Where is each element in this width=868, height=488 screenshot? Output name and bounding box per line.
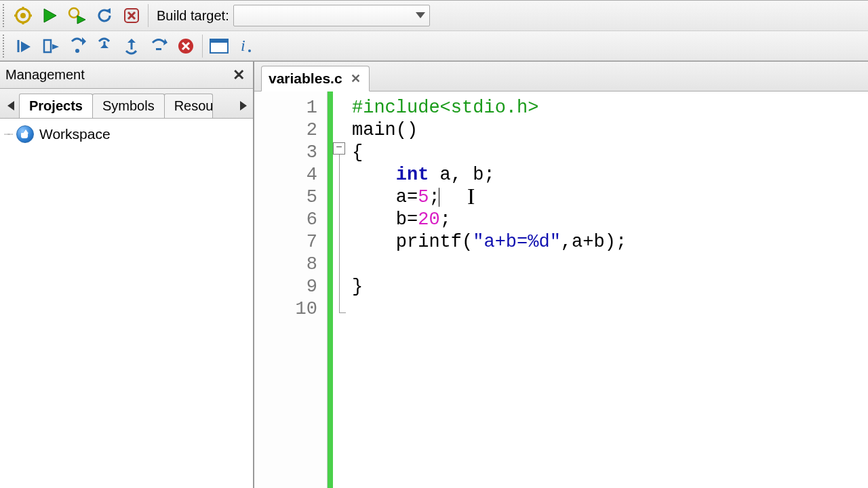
svg-text:i: i (241, 37, 245, 54)
editor-area: variables.c ✕ 12345678910 − #include<std… (254, 62, 868, 488)
fold-toggle-icon[interactable]: − (333, 142, 345, 155)
line-number: 6 (254, 209, 317, 231)
toolbar-grip[interactable] (3, 35, 7, 58)
code-line[interactable]: a=5; (352, 186, 868, 209)
build-target-label: Build target: (153, 8, 231, 24)
svg-marker-6 (44, 9, 56, 22)
project-tree[interactable]: ┈┈ Workspace (0, 119, 253, 488)
line-number: 4 (254, 164, 317, 186)
panel-close-icon[interactable]: ✕ (230, 66, 248, 84)
tab-projects[interactable]: Projects (19, 94, 93, 118)
line-number-gutter: 12345678910 (254, 92, 328, 488)
change-indicator-bar (328, 92, 333, 488)
editor-tabstrip: variables.c ✕ (254, 62, 868, 92)
line-number: 3 (254, 142, 317, 164)
home-icon (16, 125, 34, 143)
step-into-button[interactable] (92, 34, 117, 58)
tab-symbols[interactable]: Symbols (92, 94, 165, 118)
svg-point-18 (75, 49, 79, 53)
line-number: 8 (254, 253, 317, 276)
line-number: 7 (254, 231, 317, 253)
svg-point-31 (248, 49, 251, 52)
tab-resources[interactable]: Resources (164, 94, 213, 118)
svg-marker-8 (77, 16, 85, 24)
svg-rect-15 (44, 40, 51, 52)
debugging-windows-button[interactable] (207, 34, 231, 58)
line-number: 2 (254, 119, 317, 142)
main-area: Management ✕ Projects Symbols Resources … (0, 61, 868, 488)
build-and-run-button[interactable] (65, 3, 90, 28)
svg-marker-17 (82, 37, 86, 45)
panel-title-label: Management (5, 67, 85, 83)
management-panel: Management ✕ Projects Symbols Resources … (0, 62, 254, 488)
run-button[interactable] (38, 3, 62, 28)
svg-rect-24 (156, 48, 161, 50)
fold-guideline (339, 155, 340, 312)
code-line[interactable]: #include<stdio.h> (352, 97, 868, 119)
code-content[interactable]: #include<stdio.h>main(){ int a, b; a=5; … (348, 92, 868, 488)
code-line[interactable]: } (352, 276, 868, 298)
code-line[interactable] (352, 253, 868, 276)
next-instruction-button[interactable] (146, 34, 171, 58)
chevron-right-icon (240, 101, 247, 110)
svg-marker-13 (416, 12, 425, 18)
svg-marker-16 (52, 44, 59, 49)
svg-marker-14 (21, 41, 31, 52)
svg-rect-29 (210, 39, 228, 43)
svg-point-1 (20, 13, 26, 18)
svg-marker-9 (105, 8, 111, 14)
debug-toolbar: i (0, 31, 868, 61)
code-line[interactable] (352, 298, 868, 321)
svg-marker-33 (240, 101, 247, 110)
tab-close-icon[interactable]: ✕ (349, 71, 362, 86)
line-number: 5 (254, 186, 317, 209)
code-line[interactable]: { (352, 142, 868, 164)
code-line[interactable]: printf("a+b=%d",a+b); (352, 231, 868, 253)
tabstrip-scroll-right[interactable] (235, 94, 252, 118)
line-number: 10 (254, 298, 317, 321)
tree-connector-icon: ┈┈ (4, 129, 11, 140)
info-button[interactable]: i (234, 34, 258, 58)
build-button[interactable] (11, 3, 35, 28)
fold-column: − (333, 92, 348, 488)
editor-tab-label: variables.c (269, 70, 342, 87)
tabstrip-scroll-left[interactable] (3, 94, 19, 118)
toolbar-separator (148, 4, 149, 27)
line-number: 1 (254, 97, 317, 119)
step-out-button[interactable] (119, 34, 144, 58)
toolbar-grip[interactable] (3, 4, 7, 27)
workspace-label: Workspace (39, 126, 111, 142)
panel-titlebar[interactable]: Management ✕ (0, 62, 253, 89)
debug-start-button[interactable] (11, 34, 35, 58)
text-caret (439, 188, 439, 207)
code-line[interactable]: int a, b; (352, 164, 868, 186)
sidebar-tabstrip: Projects Symbols Resources (0, 89, 253, 119)
build-target-dropdown[interactable] (233, 5, 430, 26)
toolbar-separator (202, 35, 203, 58)
editor-tab-variables-c[interactable]: variables.c ✕ (261, 66, 370, 92)
next-line-button[interactable] (65, 34, 90, 58)
svg-marker-22 (127, 39, 136, 43)
code-editor[interactable]: 12345678910 − #include<stdio.h>main(){ i… (254, 92, 868, 488)
workspace-node[interactable]: ┈┈ Workspace (4, 124, 249, 144)
main-toolbar: Build target: (0, 0, 868, 31)
run-to-cursor-button[interactable] (38, 34, 62, 58)
rebuild-button[interactable] (92, 3, 117, 28)
stop-debugger-button[interactable] (174, 34, 198, 58)
code-line[interactable]: b=20; (352, 209, 868, 231)
chevron-down-icon (416, 12, 425, 19)
fold-guideline-end (339, 312, 346, 313)
svg-marker-32 (7, 101, 14, 110)
code-line[interactable]: main() (352, 119, 868, 142)
chevron-left-icon (7, 101, 14, 110)
abort-button[interactable] (119, 3, 144, 28)
line-number: 9 (254, 276, 317, 298)
